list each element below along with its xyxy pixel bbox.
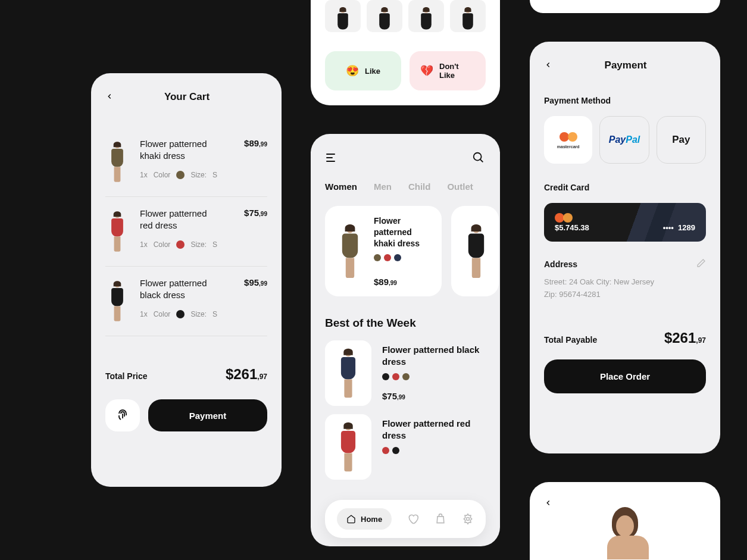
- svg-point-3: [474, 153, 482, 161]
- product-thumb[interactable]: [450, 0, 486, 32]
- back-icon[interactable]: [544, 58, 552, 72]
- svg-line-4: [480, 159, 483, 162]
- cart-title: Your Cart: [114, 91, 260, 103]
- product-name: Flower patterned black dress: [382, 344, 486, 368]
- mastercard-label: mastercard: [557, 145, 580, 149]
- like-card: 😍 Like 💔 Don't Like: [311, 0, 500, 105]
- edit-icon[interactable]: [696, 258, 706, 270]
- applepay-option[interactable]: Pay: [657, 116, 706, 164]
- place-order-button[interactable]: Place Order: [544, 359, 706, 393]
- quantity: 1x: [140, 310, 148, 318]
- cart-item[interactable]: Flower patterned red dress 1x Color Size…: [105, 197, 267, 267]
- tab-men[interactable]: Men: [374, 182, 392, 192]
- price: $89,99: [374, 277, 432, 287]
- product-card[interactable]: Flower patterned khaki dress $89,99: [325, 206, 442, 296]
- nav-home-button[interactable]: Home: [337, 508, 392, 530]
- settings-icon[interactable]: [462, 513, 474, 525]
- product-image: [335, 215, 365, 287]
- credit-card-label: Credit Card: [544, 183, 706, 192]
- like-label: Like: [365, 67, 380, 76]
- payment-method-label: Payment Method: [544, 96, 706, 105]
- home-screen: Women Men Child Outlet Flower patterned …: [311, 134, 500, 546]
- fingerprint-icon: [115, 408, 130, 423]
- heart-icon[interactable]: [407, 513, 419, 525]
- price: $89,99: [244, 138, 267, 186]
- home-icon: [346, 514, 356, 524]
- broken-heart-icon: 💔: [420, 64, 433, 77]
- price: $95,99: [244, 277, 267, 325]
- color-swatch[interactable]: [392, 373, 399, 380]
- card-balance: $5.745.38: [555, 223, 589, 232]
- bag-icon[interactable]: [435, 513, 446, 525]
- total-label: Total Price: [105, 371, 148, 381]
- total-row: Total Price $261,97: [105, 366, 267, 383]
- nav-home-label: Home: [361, 515, 382, 524]
- section-title: Best of the Week: [311, 317, 500, 330]
- category-tabs: Women Men Child Outlet: [311, 182, 500, 192]
- detail-screen: [530, 482, 720, 560]
- color-swatch[interactable]: [384, 254, 391, 261]
- product-name: Flower patterned red dress: [382, 418, 486, 442]
- product-card[interactable]: [451, 206, 499, 296]
- product-image: [325, 414, 371, 480]
- color-swatch: [176, 171, 185, 179]
- mastercard-option[interactable]: mastercard: [544, 116, 592, 164]
- cart-item[interactable]: Flower patterned black dress 1x Color Si…: [105, 267, 267, 336]
- address-label: Address: [544, 259, 577, 269]
- like-button[interactable]: 😍 Like: [325, 51, 401, 90]
- menu-icon[interactable]: [325, 151, 339, 165]
- bottom-nav: Home: [325, 500, 486, 538]
- product-image: [105, 208, 129, 255]
- fingerprint-button[interactable]: [105, 399, 140, 431]
- quantity: 1x: [140, 240, 148, 249]
- paypal-option[interactable]: PayPal: [599, 116, 649, 164]
- mastercard-icon: [555, 212, 573, 223]
- svg-point-5: [466, 518, 469, 521]
- mastercard-icon: [560, 132, 577, 142]
- address-line: Street: 24 Oak City: New Jersey: [544, 276, 706, 289]
- card-number: •••• 1289: [663, 223, 695, 232]
- color-swatch[interactable]: [382, 373, 389, 380]
- tab-outlet[interactable]: Outlet: [447, 182, 473, 192]
- color-swatch[interactable]: [392, 447, 399, 454]
- product-name: Flower patterned black dress: [140, 277, 217, 302]
- color-label: Color: [154, 240, 171, 249]
- cart-header: Your Cart: [105, 90, 267, 104]
- color-swatch[interactable]: [394, 254, 401, 261]
- paypal-icon: PayPal: [609, 134, 640, 145]
- week-item[interactable]: Flower patterned red dress: [311, 414, 500, 488]
- color-swatch[interactable]: [382, 447, 389, 454]
- product-thumb[interactable]: [408, 0, 444, 32]
- product-image: [325, 340, 371, 406]
- size-label: Size:: [190, 171, 207, 179]
- color-swatch: [176, 310, 185, 318]
- back-icon[interactable]: [105, 90, 114, 104]
- credit-card[interactable]: $5.745.38 •••• 1289: [544, 203, 706, 242]
- size-value: S: [212, 240, 217, 249]
- total-label: Total Payable: [544, 335, 597, 345]
- product-image: [461, 215, 492, 287]
- product-thumb[interactable]: [367, 0, 402, 32]
- product-image: [105, 277, 129, 325]
- payment-screen: Payment Payment Method mastercard PayPal…: [530, 42, 720, 453]
- back-icon[interactable]: [544, 496, 552, 509]
- search-icon[interactable]: [471, 151, 486, 165]
- color-label: Color: [154, 310, 171, 318]
- color-swatch[interactable]: [402, 373, 410, 380]
- dislike-button[interactable]: 💔 Don't Like: [410, 51, 486, 90]
- payment-button[interactable]: Payment: [148, 399, 267, 431]
- size-label: Size:: [190, 240, 207, 249]
- quantity: 1x: [140, 171, 148, 179]
- color-swatch[interactable]: [374, 254, 381, 261]
- product-thumb[interactable]: [325, 0, 361, 32]
- size-label: Size:: [190, 310, 207, 318]
- price: $75,99: [244, 208, 267, 255]
- color-swatch: [176, 240, 185, 249]
- tab-child[interactable]: Child: [408, 182, 431, 192]
- product-name: Flower patterned red dress: [140, 208, 217, 232]
- cart-item[interactable]: Flower patterned khaki dress 1x Color Si…: [105, 127, 267, 197]
- partial-screen: [530, 0, 720, 13]
- tab-women[interactable]: Women: [325, 182, 357, 192]
- address-line: Zip: 95674-4281: [544, 289, 706, 301]
- week-item[interactable]: Flower patterned black dress $75,99: [311, 340, 500, 414]
